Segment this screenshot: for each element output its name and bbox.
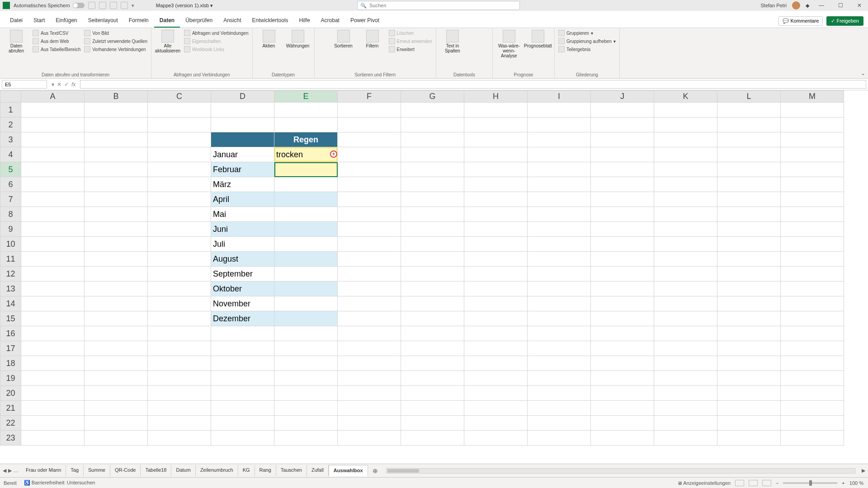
cell[interactable] — [148, 326, 211, 341]
cell[interactable] — [148, 103, 211, 117]
cell[interactable] — [528, 431, 591, 446]
cell[interactable] — [211, 341, 274, 356]
filename[interactable]: Mappe3 (version 1).xlsb ▾ — [156, 3, 213, 9]
sheet-tab[interactable]: Frau oder Mann — [21, 465, 66, 476]
currencies-button[interactable]: Währungen — [285, 30, 311, 48]
maximize-button[interactable]: ☐ — [834, 1, 847, 10]
cell[interactable] — [274, 416, 338, 431]
cell[interactable] — [654, 386, 717, 401]
cell[interactable] — [148, 237, 211, 252]
datamodel-icon[interactable] — [480, 52, 489, 61]
refresh-all-button[interactable]: Alle aktualisieren — [155, 30, 180, 53]
cell[interactable] — [781, 401, 844, 416]
cell[interactable] — [401, 103, 464, 117]
cell[interactable] — [21, 401, 85, 416]
row-header[interactable]: 7 — [0, 192, 21, 207]
cell[interactable] — [781, 147, 844, 162]
cell[interactable] — [591, 207, 654, 222]
cell[interactable] — [717, 416, 781, 431]
cell[interactable] — [338, 371, 401, 386]
user-name[interactable]: Stefan Petri — [761, 3, 787, 8]
cell[interactable] — [464, 431, 528, 446]
cell[interactable] — [654, 326, 717, 341]
cell[interactable] — [274, 282, 338, 296]
cell[interactable] — [464, 222, 528, 237]
cell[interactable] — [654, 162, 717, 177]
cell[interactable] — [85, 132, 148, 147]
get-data-button[interactable]: Daten abrufen — [4, 30, 29, 53]
cell[interactable] — [464, 326, 528, 341]
cell[interactable] — [338, 386, 401, 401]
cell[interactable] — [717, 341, 781, 356]
cell[interactable] — [274, 386, 338, 401]
cell[interactable] — [654, 296, 717, 311]
cell[interactable] — [21, 386, 85, 401]
recent-sources[interactable]: Zuletzt verwendete Quellen — [84, 38, 147, 44]
cell[interactable] — [717, 147, 781, 162]
cell[interactable] — [464, 177, 528, 192]
cell[interactable] — [591, 103, 654, 117]
cell[interactable] — [401, 386, 464, 401]
sheet-tab[interactable]: Datum — [171, 465, 195, 476]
cell[interactable] — [274, 401, 338, 416]
cell[interactable] — [274, 207, 338, 222]
row-header[interactable]: 6 — [0, 177, 21, 192]
cell[interactable]: Mai — [211, 207, 274, 222]
cell[interactable] — [654, 237, 717, 252]
from-image[interactable]: Von Bild — [84, 30, 147, 36]
row-header[interactable]: 18 — [0, 356, 21, 371]
cell[interactable] — [717, 252, 781, 267]
cell[interactable] — [464, 311, 528, 326]
from-web[interactable]: Aus dem Web — [33, 38, 80, 44]
cell[interactable] — [21, 416, 85, 431]
cell[interactable] — [781, 326, 844, 341]
cell[interactable] — [148, 252, 211, 267]
cell[interactable] — [85, 386, 148, 401]
cell[interactable] — [654, 401, 717, 416]
cell[interactable] — [654, 147, 717, 162]
cell[interactable] — [654, 103, 717, 117]
cell[interactable] — [85, 341, 148, 356]
tab-nav-prev-icon[interactable]: ◀ — [3, 468, 6, 474]
cell[interactable] — [85, 117, 148, 132]
cell[interactable] — [591, 237, 654, 252]
tab-start[interactable]: Start — [28, 14, 50, 28]
cell[interactable] — [338, 326, 401, 341]
cell[interactable] — [148, 356, 211, 371]
cell[interactable] — [148, 401, 211, 416]
column-header[interactable]: F — [338, 91, 401, 103]
cell[interactable] — [717, 177, 781, 192]
cell[interactable] — [528, 252, 591, 267]
cell[interactable] — [464, 237, 528, 252]
cell[interactable] — [401, 282, 464, 296]
row-header[interactable]: 10 — [0, 237, 21, 252]
sort-desc-icon[interactable] — [318, 40, 327, 49]
cell[interactable] — [401, 431, 464, 446]
cell[interactable] — [717, 311, 781, 326]
cell[interactable] — [85, 177, 148, 192]
cell[interactable] — [274, 252, 338, 267]
cell[interactable] — [338, 267, 401, 282]
cell[interactable]: Juli — [211, 237, 274, 252]
cell[interactable] — [274, 296, 338, 311]
cell[interactable] — [85, 237, 148, 252]
sheet-tab[interactable]: Tauschen — [276, 465, 307, 476]
cell[interactable] — [148, 431, 211, 446]
cell[interactable] — [401, 222, 464, 237]
cell[interactable] — [85, 371, 148, 386]
cell[interactable] — [464, 117, 528, 132]
cell[interactable] — [21, 282, 85, 296]
cell[interactable] — [274, 431, 338, 446]
row-header[interactable]: 12 — [0, 267, 21, 282]
cell[interactable] — [654, 282, 717, 296]
cell[interactable] — [148, 341, 211, 356]
cell[interactable] — [781, 311, 844, 326]
column-header[interactable]: H — [464, 91, 528, 103]
select-all-corner[interactable] — [0, 91, 21, 103]
cell[interactable] — [717, 132, 781, 147]
cell[interactable] — [21, 103, 85, 117]
cell[interactable] — [148, 177, 211, 192]
cell[interactable] — [21, 371, 85, 386]
cell[interactable] — [338, 147, 401, 162]
cell[interactable] — [781, 132, 844, 147]
